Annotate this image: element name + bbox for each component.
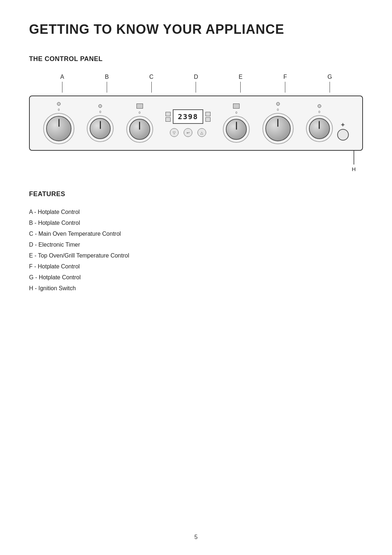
feature-item-f: F - Hotplate Control: [29, 263, 363, 270]
knob-e-zero: 0: [236, 111, 237, 114]
page-number: 5: [195, 534, 198, 540]
timer-display-wrapper: 2398: [166, 109, 211, 124]
knob-c-zero: 0: [139, 111, 140, 114]
control-panel-heading: The Control Panel: [29, 55, 363, 63]
feature-item-d: D - Electronic Timer: [29, 242, 363, 248]
features-section: Features A - Hotplate Control B - Hotpla…: [29, 190, 363, 292]
knob-f-indicator: [276, 102, 280, 106]
col-label-b: B: [92, 74, 121, 93]
feature-item-c: C - Main Oven Temperature Control: [29, 231, 363, 237]
knob-e-ring: [223, 116, 250, 143]
timer-display: 2398: [173, 109, 203, 124]
diagram-container: A B C D E F G 0 0: [29, 74, 363, 172]
knob-g-ring: [306, 115, 333, 142]
knob-c-ring: [126, 116, 153, 143]
knob-g-group: 0: [306, 104, 333, 142]
knob-b-outer: [90, 118, 111, 139]
knob-f-line: [277, 119, 278, 127]
knob-g-outer: [309, 118, 330, 139]
knob-f-zero: 0: [277, 108, 279, 112]
timer-buttons-row: ▽ ↩ △: [170, 128, 206, 137]
knob-a-indicator: [57, 102, 61, 106]
knob-e-line: [236, 122, 237, 130]
col-label-a: A: [48, 74, 77, 93]
col-label-g: G: [315, 74, 344, 93]
h-label: H: [352, 166, 356, 172]
timer-btn-back[interactable]: ↩: [184, 128, 192, 137]
col-labels-row: A B C D E F G: [29, 74, 363, 93]
knob-c-line: [139, 122, 140, 130]
features-list: A - Hotplate Control B - Hotplate Contro…: [29, 209, 363, 292]
features-heading: Features: [29, 190, 363, 198]
knob-b-group: 0: [87, 104, 114, 142]
knob-g-line: [319, 121, 320, 129]
knob-c-outer: [129, 119, 150, 140]
h-label-row: H: [29, 151, 363, 172]
timer-right-icon-bottom: [205, 117, 211, 122]
ignition-group: ✦: [337, 121, 349, 141]
knob-a-line: [58, 119, 60, 127]
timer-d-section: 2398 ▽ ↩ △: [166, 109, 211, 137]
knob-a-outer: [46, 116, 72, 141]
knob-a-ring: [43, 113, 74, 144]
col-label-f: F: [271, 74, 300, 93]
control-panel-section: The Control Panel A B C D E F G 0: [29, 55, 363, 172]
knob-c-group: 0: [126, 104, 153, 143]
knob-c-indicator: [136, 104, 143, 109]
feature-item-h: H - Ignition Switch: [29, 285, 363, 292]
knob-e-outer: [226, 119, 247, 140]
timer-right-icon-top: [205, 112, 211, 116]
knob-b-line: [100, 121, 101, 129]
knob-e-group: 0: [223, 104, 250, 143]
timer-right-icons: [205, 112, 211, 122]
knob-b-ring: [87, 115, 114, 142]
knob-g-zero: 0: [318, 110, 320, 114]
timer-btn-down[interactable]: ▽: [170, 128, 179, 137]
knob-a-group: 0: [43, 102, 74, 144]
h-vertical-line: [354, 151, 354, 165]
col-label-e: E: [226, 74, 255, 93]
panel-right-area: 0 ✦: [306, 104, 349, 142]
knob-f-group: 0: [262, 102, 294, 144]
col-label-d: D: [181, 74, 211, 93]
timer-left-icons: [166, 112, 171, 122]
knob-g-indicator: [318, 104, 321, 108]
timer-left-icon-bottom: [166, 117, 171, 122]
ignition-star-icon: ✦: [340, 121, 346, 129]
ignition-button[interactable]: [337, 129, 349, 141]
timer-left-icon-top: [166, 112, 171, 116]
knob-f-outer: [265, 116, 291, 141]
page-title: Getting To Know Your Appliance: [29, 22, 363, 37]
knob-f-ring: [262, 113, 294, 144]
feature-item-b: B - Hotplate Control: [29, 220, 363, 226]
timer-btn-up[interactable]: △: [197, 128, 206, 137]
control-panel-box: 0 0 0: [29, 96, 363, 151]
col-label-c: C: [137, 74, 166, 93]
knob-b-zero: 0: [99, 110, 101, 114]
knob-e-indicator: [233, 104, 240, 109]
feature-item-e: E - Top Oven/Grill Temperature Control: [29, 252, 363, 259]
knob-a-zero: 0: [58, 108, 60, 112]
feature-item-a: A - Hotplate Control: [29, 209, 363, 215]
feature-item-g: G - Hotplate Control: [29, 274, 363, 281]
knob-b-indicator: [98, 104, 102, 108]
h-stem: H: [352, 151, 356, 172]
